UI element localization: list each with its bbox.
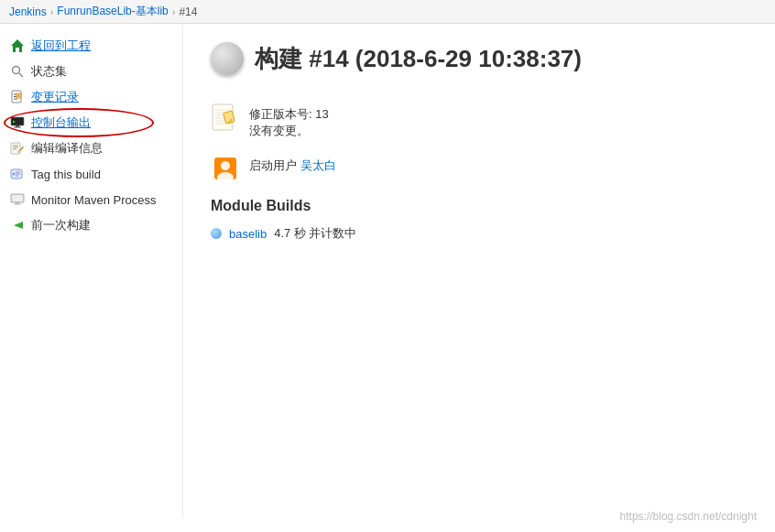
- breadcrumb-project[interactable]: FunrunBaseLib-基本lib: [57, 4, 168, 19]
- sidebar-item-back[interactable]: 返回到工程: [0, 33, 182, 59]
- breadcrumb-jenkins[interactable]: Jenkins: [9, 5, 47, 18]
- svg-rect-27: [12, 195, 23, 201]
- svg-line-2: [19, 73, 23, 77]
- svg-marker-30: [14, 222, 23, 229]
- sidebar-item-mavenmonitor[interactable]: Monitor Maven Process: [0, 187, 182, 212]
- sidebar-item-console[interactable]: ▶ 控制台输出: [0, 110, 182, 136]
- sidebar-item-status[interactable]: 状态集: [0, 59, 182, 84]
- screen-icon: [9, 191, 26, 208]
- sidebar-item-tagbuild[interactable]: Tag this build: [0, 161, 182, 187]
- started-by-label: 启动用户: [249, 158, 297, 172]
- svg-marker-0: [11, 39, 24, 52]
- main-layout: 返回到工程 状态集: [0, 24, 775, 518]
- sidebar-status-label: 状态集: [31, 63, 67, 80]
- search-icon: [9, 63, 26, 80]
- user-icon: [211, 154, 240, 183]
- sidebar-mavenmonitor-label: Monitor Maven Process: [31, 193, 157, 207]
- sidebar-item-prevbuild[interactable]: 前一次构建: [0, 212, 182, 238]
- svg-point-22: [13, 173, 16, 176]
- breadcrumb: Jenkins › FunrunBaseLib-基本lib › #14: [0, 0, 775, 24]
- svg-point-41: [221, 161, 230, 170]
- edit-icon: [9, 140, 26, 157]
- breadcrumb-build: #14: [179, 5, 197, 18]
- started-by-info: 启动用户 吴太白: [211, 154, 748, 183]
- revision-info: 修正版本号: 13 没有变更。: [211, 103, 748, 139]
- build-header: 构建 #14 (2018-6-29 10:38:37): [211, 42, 748, 75]
- home-icon: [9, 38, 26, 54]
- sidebar: 返回到工程 状态集: [0, 24, 183, 518]
- revision-text: 修正版本号: 13 没有变更。: [249, 103, 329, 139]
- module-item: baselib 4.7 秒 并计数中: [211, 225, 748, 242]
- started-by-text: 启动用户 吴太白: [249, 154, 336, 174]
- monitor-icon: ▶: [9, 114, 26, 131]
- doc-icon: [9, 89, 26, 105]
- sidebar-item-changes[interactable]: 变更记录: [0, 84, 182, 110]
- sidebar-prevbuild-label: 前一次构建: [31, 217, 91, 233]
- no-changes-label: 没有变更。: [249, 123, 329, 139]
- build-title: 构建 #14 (2018-6-29 10:38:37): [255, 43, 582, 75]
- sidebar-changes-label: 变更记录: [31, 89, 79, 105]
- svg-point-1: [13, 67, 20, 74]
- arrow-icon: [9, 217, 26, 233]
- tag-icon: [9, 166, 26, 182]
- module-duration: 4.7 秒 并计数中: [274, 225, 356, 242]
- sidebar-item-editinfo[interactable]: 编辑编译信息: [0, 136, 182, 161]
- sidebar-editinfo-label: 编辑编译信息: [31, 140, 103, 157]
- module-link[interactable]: baselib: [229, 227, 267, 241]
- revision-icon: [211, 103, 240, 132]
- build-status-ball: [211, 42, 244, 75]
- started-by-user-link[interactable]: 吴太白: [300, 158, 336, 172]
- sidebar-console-label: 控制台输出: [31, 114, 91, 131]
- svg-point-42: [217, 172, 234, 183]
- module-builds-title: Module Builds: [211, 198, 748, 214]
- sidebar-back-label: 返回到工程: [31, 38, 91, 54]
- revision-label: 修正版本号: 13: [249, 106, 329, 123]
- sidebar-tagbuild-label: Tag this build: [31, 168, 101, 181]
- breadcrumb-sep-1: ›: [50, 6, 54, 17]
- module-status-ball: [211, 228, 222, 239]
- content: 构建 #14 (2018-6-29 10:38:37): [183, 24, 775, 518]
- breadcrumb-sep-2: ›: [172, 6, 176, 17]
